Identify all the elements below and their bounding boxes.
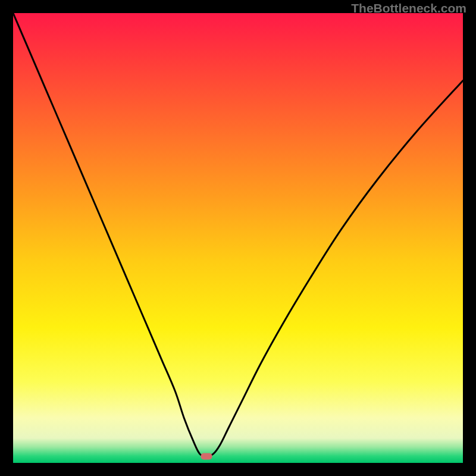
- plot-area: [13, 13, 463, 463]
- bottleneck-curve: [13, 13, 463, 463]
- chart-container: TheBottleneck.com: [0, 0, 476, 476]
- curve-minimum-marker: [201, 453, 212, 459]
